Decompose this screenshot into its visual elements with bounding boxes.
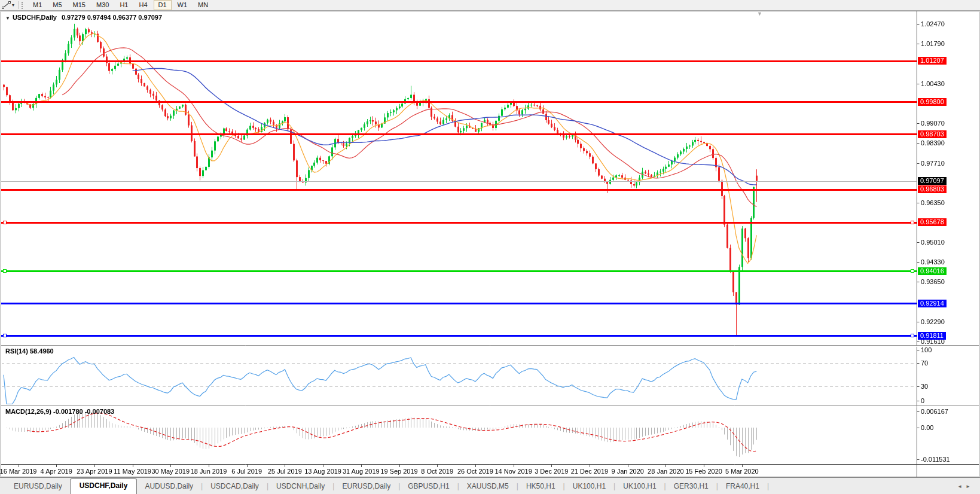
toolbar-drag-handle[interactable] [22, 2, 25, 9]
tool-dropdown-icon[interactable]: ▾ [12, 2, 14, 8]
chart-tab-xauusd-m5[interactable]: XAUUSD,M5 [459, 480, 517, 494]
timeframe-button-h1[interactable]: H1 [115, 0, 133, 10]
chart-tab-usdchf-daily[interactable]: USDCHF,Daily [70, 478, 138, 494]
chart-tab-uk100-h1[interactable]: UK100,H1 [565, 480, 613, 494]
chart-tab-gbpusd-h1[interactable]: GBPUSD,H1 [400, 480, 457, 494]
chart-tab-bar: EURUSD,DailyUSDCHF,DailyAUDUSD,Daily|USD… [0, 477, 980, 494]
tab-scroll-left-icon[interactable]: ◄ [957, 484, 966, 489]
timeframe-button-w1[interactable]: W1 [173, 0, 193, 10]
price-chart-canvas[interactable] [0, 11, 980, 477]
mt4-window: { "icons": { "trendline_tool": "trendlin… [0, 0, 980, 494]
timeframe-button-m15[interactable]: M15 [68, 0, 90, 10]
chart-tab-hk50-h1[interactable]: HK50,H1 [518, 480, 563, 494]
tab-scroll-right-icon[interactable]: ► [966, 484, 974, 489]
chart-tabs: EURUSD,DailyUSDCHF,DailyAUDUSD,Daily|USD… [6, 478, 769, 494]
tab-separator: | [767, 482, 769, 494]
timeframe-button-d1[interactable]: D1 [154, 0, 172, 10]
chart-tab-eurusd-daily[interactable]: EURUSD,Daily [334, 480, 398, 494]
chart-tab-usdcnh-daily[interactable]: USDCNH,Daily [268, 480, 332, 494]
timeframe-button-mn[interactable]: MN [193, 0, 213, 10]
chart-tab-ger30-h1[interactable]: GER30,H1 [666, 480, 716, 494]
timeframe-button-m5[interactable]: M5 [48, 0, 66, 10]
timeframe-button-m1[interactable]: M1 [28, 0, 47, 10]
trendline-tool-icon[interactable] [1, 1, 12, 10]
timeframe-button-m30[interactable]: M30 [91, 0, 114, 10]
chart-tab-fra40-h1[interactable]: FRA40,H1 [718, 480, 767, 494]
chart-tab-uk100-h1[interactable]: UK100,H1 [615, 480, 664, 494]
chart-tab-usdcad-daily[interactable]: USDCAD,Daily [203, 480, 267, 494]
chart-tab-audusd-daily[interactable]: AUDUSD,Daily [137, 480, 201, 494]
tab-scroll-arrows: ◄► [957, 484, 974, 489]
top-toolbar: ▾ M1M5M15M30H1H4D1W1MN [0, 0, 980, 11]
timeframe-button-h4[interactable]: H4 [134, 0, 152, 10]
toolbar-separator [18, 1, 19, 9]
timeframe-buttons: M1M5M15M30H1H4D1W1MN [28, 0, 213, 10]
chart-tab-eurusd-daily[interactable]: EURUSD,Daily [6, 480, 70, 494]
